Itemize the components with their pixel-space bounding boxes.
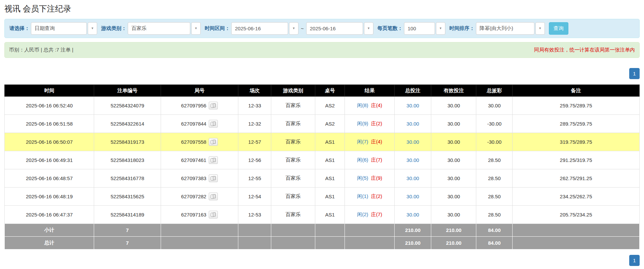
cell-valid-bet: 30.00 [431, 97, 476, 115]
cell-valid-bet: 30.00 [431, 151, 476, 169]
total-bet-link[interactable]: 30.00 [406, 103, 419, 108]
date-range-separator: ~ [301, 26, 304, 31]
cell-session: 12-55 [238, 169, 271, 188]
total-bet-link[interactable]: 30.00 [406, 139, 419, 145]
view-round-cards-button[interactable] [209, 156, 218, 164]
cell-table-no: AS1 [315, 133, 345, 151]
cell-result: 闲(5) 庄(9) [345, 169, 394, 188]
cards-icon [211, 103, 216, 108]
cell-game-type: 百家乐 [271, 206, 315, 224]
total-bet-link[interactable]: 30.00 [406, 194, 419, 199]
view-round-cards-button[interactable] [209, 193, 218, 200]
cell-bet-id: 522584322614 [94, 115, 161, 133]
bets-table: 时间 注单编号 局号 场次 游戏类别 桌号 结果 总投注 有效投注 总派彩 备注… [4, 85, 640, 249]
page-button-1[interactable]: 1 [629, 68, 640, 79]
cell-round-id: 627097383 [161, 169, 238, 188]
col-header-payout: 总派彩 [476, 85, 513, 97]
result-banker: 庄(4) [371, 139, 382, 144]
view-round-cards-button[interactable] [209, 120, 218, 128]
cell-remark: 259.75/289.75 [513, 97, 640, 115]
cell-remark: 319.75/289.75 [513, 133, 640, 151]
col-header-time: 时间 [5, 85, 94, 97]
cell-time: 2025-06-16 06:50:07 [5, 133, 94, 151]
total-total-bet: 210.00 [394, 237, 431, 249]
round-id-text: 627097383 [181, 175, 206, 181]
cell-remark: 291.25/319.75 [513, 151, 640, 169]
view-round-cards-button[interactable] [209, 138, 218, 146]
cell-game-type: 百家乐 [271, 97, 315, 115]
cell-time: 2025-06-16 06:47:37 [5, 206, 94, 224]
total-valid-bet: 210.00 [431, 237, 476, 249]
query-type-dropdown-toggle[interactable]: ▼ [88, 22, 97, 35]
cell-payout: 28.50 [476, 151, 513, 169]
page-size-value[interactable]: 100 [404, 22, 435, 35]
filter-label-time-range: 时间区间： [205, 25, 230, 32]
subtotal-total-bet: 210.00 [394, 224, 431, 237]
total-bet-link[interactable]: 30.00 [406, 212, 419, 217]
page-size-dropdown-toggle[interactable]: ▼ [436, 22, 445, 35]
search-button[interactable]: 查询 [549, 22, 568, 35]
footer-empty-cell [238, 224, 271, 237]
total-payout: 84.00 [476, 237, 513, 249]
total-bet-link[interactable]: 30.00 [406, 157, 419, 163]
time-sort-value[interactable]: 降幂(由大到小) [476, 22, 534, 35]
cell-table-no: AS1 [315, 169, 345, 188]
subtotal-count: 7 [94, 224, 161, 237]
result-banker: 庄(7) [371, 157, 382, 163]
col-header-total-bet: 总投注 [394, 85, 431, 97]
col-header-result: 结果 [345, 85, 394, 97]
footer-empty-cell [238, 237, 271, 249]
result-player: 闲(6) [357, 157, 368, 163]
cell-total-bet: 30.00 [394, 206, 431, 224]
date-to-value[interactable]: 2025-06-16 [306, 22, 363, 35]
filter-label-sort: 时间排序： [449, 25, 475, 32]
date-to-dropdown-toggle[interactable]: ▼ [364, 22, 373, 35]
date-from-dropdown-toggle[interactable]: ▼ [289, 22, 298, 35]
subtotal-payout: 84.00 [476, 224, 513, 237]
cell-valid-bet: 30.00 [431, 188, 476, 206]
table-row: 2025-06-16 06:50:07 522584319173 6270975… [5, 133, 640, 151]
footer-empty-cell [513, 224, 640, 237]
page-button-1-bottom[interactable]: 1 [629, 255, 640, 266]
total-bet-link[interactable]: 30.00 [406, 121, 419, 127]
footer-empty-cell [271, 224, 315, 237]
date-from-value[interactable]: 2025-06-16 [231, 22, 288, 35]
cell-payout: 30.00 [476, 97, 513, 115]
cell-bet-id: 522584315625 [94, 188, 161, 206]
cards-icon [211, 212, 216, 217]
cards-icon [211, 122, 216, 126]
cell-bet-id: 522584316778 [94, 169, 161, 188]
cell-payout: 28.50 [476, 206, 513, 224]
table-footer: 小计 7 210.00 210.00 84.00 总计 7 2 [5, 224, 640, 249]
chevron-down-icon: ▼ [367, 27, 370, 30]
summary-note-text: 同局有效投注，统一计算在该局第一张注单内 [534, 47, 635, 53]
col-header-bet-id: 注单编号 [94, 85, 161, 97]
view-round-cards-button[interactable] [209, 211, 218, 218]
time-sort-dropdown-toggle[interactable]: ▼ [535, 22, 545, 35]
cell-remark: 234.25/262.75 [513, 188, 640, 206]
filter-label-game-type: 游戏类别： [101, 25, 126, 32]
cards-icon [211, 194, 216, 199]
game-type-dropdown-toggle[interactable]: ▼ [191, 22, 201, 35]
total-bet-link[interactable]: 30.00 [406, 175, 419, 181]
table-row: 2025-06-16 06:49:31 522584318023 6270974… [5, 151, 640, 169]
query-type-value[interactable]: 日期查询 [31, 22, 87, 35]
result-player: 闲(1) [357, 193, 368, 199]
cell-total-bet: 30.00 [394, 133, 431, 151]
cell-table-no: AS1 [315, 151, 345, 169]
view-round-cards-button[interactable] [209, 102, 218, 109]
cell-round-id: 627097844 [161, 115, 238, 133]
game-type-value[interactable]: 百家乐 [128, 22, 190, 35]
round-id-text: 627097558 [181, 139, 206, 145]
cell-game-type: 百家乐 [271, 133, 315, 151]
cards-icon [211, 176, 216, 180]
result-player: 闲(7) [357, 139, 368, 144]
subtotal-valid-bet: 210.00 [431, 224, 476, 237]
cell-result: 闲(6) 庄(7) [345, 151, 394, 169]
cell-result: 闲(2) 庄(7) [345, 206, 394, 224]
cell-time: 2025-06-16 06:48:57 [5, 169, 94, 188]
view-round-cards-button[interactable] [209, 174, 218, 182]
cell-total-bet: 30.00 [394, 97, 431, 115]
round-id-text: 627097461 [181, 157, 206, 163]
pagination-top: 1 [4, 68, 640, 79]
